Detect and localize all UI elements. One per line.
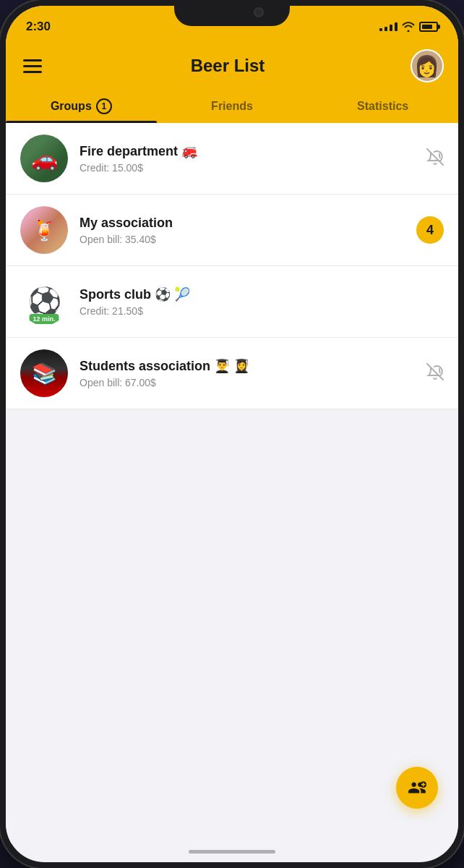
group-info-association: My association Open bill: 35.40$ [80,216,408,245]
tab-groups[interactable]: Groups 1 [6,91,157,123]
user-avatar[interactable]: 👩 [411,49,444,82]
group-name-association: My association [80,216,408,231]
group-name-firedept: Fire department 🚒 [80,143,418,159]
tab-statistics-label: Statistics [357,100,408,113]
group-info-sports: Sports club ⚽ 🎾 Credit: 21.50$ [80,286,435,317]
list-item[interactable]: ⚽ 12 min. Sports club ⚽ 🎾 Credit: 21.50$ [6,266,458,338]
list-item[interactable]: 🚗 Fire department 🚒 Credit: 15.00$ [6,123,458,195]
groups-badge: 1 [96,98,112,114]
status-time: 2:30 [26,20,51,34]
notch [174,0,290,26]
group-subtitle-association: Open bill: 35.40$ [80,234,408,245]
notification-action-firedept[interactable] [426,148,444,169]
add-group-fab[interactable] [396,767,438,809]
camera [254,7,264,17]
list-item[interactable]: 📚 Students association 👨‍🎓 👩‍🎓 Open bill… [6,338,458,409]
time-badge: 12 min. [29,314,59,324]
group-info-firedept: Fire department 🚒 Credit: 15.00$ [80,143,418,174]
phone-frame: 2:30 Beer List 👩 [0,0,464,868]
group-subtitle-sports: Credit: 21.50$ [80,305,435,317]
tab-friends[interactable]: Friends [157,91,308,123]
signal-icon [379,22,398,31]
tab-statistics[interactable]: Statistics [307,91,458,123]
wifi-icon [402,22,415,32]
content-area [6,409,458,843]
tab-friends-label: Friends [211,100,253,113]
group-name-sports: Sports club ⚽ 🎾 [80,286,435,302]
list-item[interactable]: 🍹 My association Open bill: 35.40$ 4 [6,195,458,266]
groups-list: 🚗 Fire department 🚒 Credit: 15.00$ [6,123,458,409]
tabs-bar: Groups 1 Friends Statistics [6,82,458,123]
tab-groups-label: Groups [51,100,92,113]
group-name-students: Students association 👨‍🎓 👩‍🎓 [80,358,418,374]
screen: 2:30 Beer List 👩 [6,6,458,862]
muted-bell-icon [426,148,444,166]
app-title: Beer List [191,56,265,76]
app-header: Beer List 👩 [6,43,458,82]
status-icons [379,22,438,32]
muted-bell-icon [426,363,444,380]
group-avatar-firedept: 🚗 [20,135,68,182]
notification-action-association[interactable]: 4 [416,216,444,244]
group-subtitle-students: Open bill: 67.00$ [80,377,418,388]
group-subtitle-firedept: Credit: 15.00$ [80,162,418,174]
battery-icon [419,22,438,32]
group-avatar-students: 📚 [20,349,68,397]
group-avatar-sports: ⚽ 12 min. [20,278,68,326]
notification-action-students[interactable] [426,363,444,383]
group-avatar-association: 🍹 [20,206,68,254]
menu-button[interactable] [20,56,45,76]
group-info-students: Students association 👨‍🎓 👩‍🎓 Open bill: … [80,358,418,388]
add-person-icon [408,778,426,797]
home-indicator [189,850,275,854]
notification-badge: 4 [416,216,444,244]
